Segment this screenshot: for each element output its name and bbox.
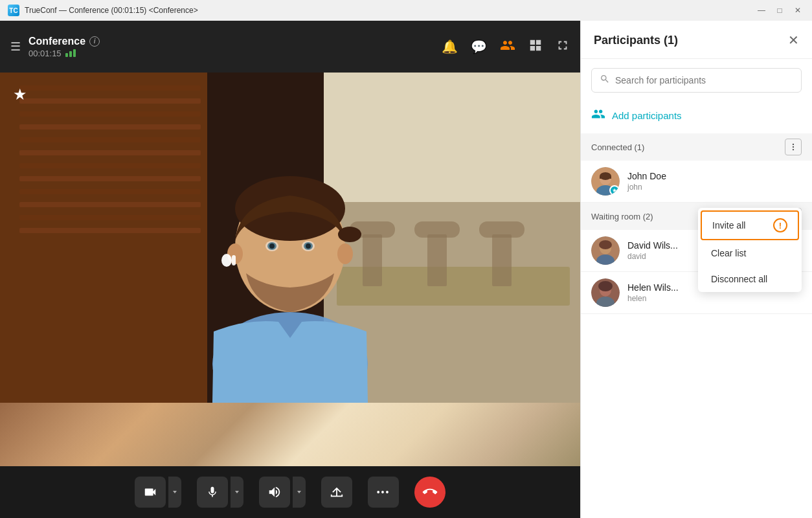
svg-rect-5 bbox=[19, 124, 201, 130]
svg-point-26 bbox=[338, 227, 361, 242]
video-background bbox=[0, 73, 580, 403]
mic-button[interactable] bbox=[197, 477, 228, 508]
chat-button[interactable]: 💬 bbox=[471, 39, 487, 54]
end-call-button[interactable] bbox=[414, 477, 445, 508]
camera-button[interactable] bbox=[135, 477, 166, 508]
disconnect-all-button[interactable]: Disconnect all bbox=[698, 266, 802, 292]
helen-avatar-img bbox=[591, 278, 620, 307]
title-bar-left: TC TrueConf — Conference (00:01:15) <Con… bbox=[8, 5, 198, 16]
john-doe-name: John Doe bbox=[627, 171, 802, 181]
participant-item: ★ John Doe john bbox=[581, 161, 812, 203]
app-icon: TC bbox=[8, 5, 19, 16]
title-bar: TC TrueConf — Conference (00:01:15) <Con… bbox=[0, 0, 812, 21]
warning-icon: ! bbox=[773, 218, 787, 232]
mic-group bbox=[197, 477, 243, 508]
share-button[interactable] bbox=[321, 477, 352, 508]
main-layout: ☰ Conference i 00:01:15 bbox=[0, 21, 812, 518]
app-title: TrueConf — Conference (00:01:15) <Confer… bbox=[25, 6, 198, 15]
sidebar-header: Participants (1) ✕ bbox=[581, 21, 812, 59]
svg-rect-7 bbox=[19, 150, 201, 155]
svg-point-37 bbox=[793, 144, 794, 145]
participants-button[interactable] bbox=[500, 38, 515, 56]
svg-rect-4 bbox=[19, 111, 201, 117]
more-dots: ••• bbox=[377, 487, 390, 497]
search-box bbox=[591, 68, 802, 93]
svg-rect-1 bbox=[0, 73, 207, 403]
search-icon bbox=[600, 74, 610, 87]
camera-group bbox=[135, 477, 181, 508]
star-favorite-icon[interactable]: ★ bbox=[13, 85, 27, 104]
video-area: ☰ Conference i 00:01:15 bbox=[0, 21, 580, 518]
helen-username: helen bbox=[627, 294, 802, 303]
speaker-dropdown[interactable] bbox=[293, 477, 306, 508]
fullscreen-button[interactable] bbox=[556, 38, 570, 56]
menu-button[interactable]: ☰ bbox=[10, 39, 21, 54]
svg-rect-9 bbox=[19, 176, 201, 181]
waiting-section-header: Waiting room (2) Invite all ! Clear list… bbox=[581, 203, 812, 230]
signal-indicator bbox=[65, 49, 76, 57]
svg-rect-36 bbox=[232, 255, 236, 265]
close-window-button[interactable]: ✕ bbox=[791, 4, 804, 17]
signal-bar-1 bbox=[65, 53, 68, 57]
waiting-label: Waiting room (2) bbox=[591, 212, 653, 221]
mic-dropdown[interactable] bbox=[231, 477, 243, 508]
svg-rect-6 bbox=[19, 137, 201, 142]
svg-rect-20 bbox=[414, 221, 460, 238]
svg-rect-10 bbox=[19, 189, 201, 194]
waiting-dropdown-container: Invite all ! Clear list Disconnect all bbox=[785, 208, 802, 225]
invite-all-label: Invite all bbox=[712, 220, 745, 231]
svg-rect-15 bbox=[324, 73, 580, 202]
david-avatar-img bbox=[591, 236, 620, 265]
search-input[interactable] bbox=[615, 75, 793, 85]
add-participants-button[interactable]: Add participants bbox=[581, 102, 812, 133]
sidebar-title: Participants (1) bbox=[594, 34, 678, 47]
waiting-dropdown-menu: Invite all ! Clear list Disconnect all bbox=[698, 208, 802, 292]
svg-rect-21 bbox=[492, 234, 512, 286]
speaker-button[interactable] bbox=[259, 477, 290, 508]
signal-bar-3 bbox=[73, 49, 76, 57]
info-icon: i bbox=[89, 36, 100, 47]
svg-rect-2 bbox=[19, 85, 201, 91]
bottom-bar: ••• bbox=[0, 466, 580, 518]
svg-rect-43 bbox=[600, 176, 611, 179]
svg-point-38 bbox=[793, 146, 794, 148]
conference-timer: 00:01:15 bbox=[28, 49, 100, 58]
svg-rect-8 bbox=[19, 163, 201, 168]
minimize-button[interactable]: — bbox=[755, 4, 768, 17]
window-controls: — □ ✕ bbox=[755, 4, 804, 17]
add-participants-icon bbox=[591, 107, 605, 124]
sidebar-panel: Participants (1) ✕ Add participants Conn… bbox=[580, 21, 812, 518]
clear-list-button[interactable]: Clear list bbox=[698, 240, 802, 266]
invite-all-button[interactable]: Invite all ! bbox=[701, 210, 799, 240]
svg-point-35 bbox=[221, 254, 232, 267]
video-content: ★ bbox=[0, 73, 580, 466]
svg-rect-11 bbox=[19, 202, 201, 207]
connected-menu-button[interactable] bbox=[785, 139, 802, 155]
top-bar-left: ☰ Conference i 00:01:15 bbox=[10, 36, 100, 58]
layout-button[interactable] bbox=[528, 38, 543, 56]
john-doe-info: John Doe john bbox=[627, 171, 802, 192]
video-feed: ★ bbox=[0, 73, 580, 466]
avatar-david bbox=[591, 236, 620, 265]
conference-info: Conference i 00:01:15 bbox=[28, 36, 100, 58]
svg-rect-3 bbox=[19, 98, 201, 104]
star-badge: ★ bbox=[609, 185, 620, 196]
add-participants-label: Add participants bbox=[612, 110, 682, 121]
svg-point-50 bbox=[599, 240, 612, 249]
top-bar: ☰ Conference i 00:01:15 bbox=[0, 21, 580, 73]
maximize-button[interactable]: □ bbox=[773, 4, 786, 17]
svg-rect-19 bbox=[427, 234, 447, 286]
svg-point-32 bbox=[306, 243, 311, 249]
close-sidebar-button[interactable]: ✕ bbox=[788, 32, 799, 48]
speaker-group bbox=[259, 477, 306, 508]
top-bar-right: 🔔 💬 bbox=[442, 38, 570, 56]
connected-section-header: Connected (1) bbox=[581, 133, 812, 161]
avatar-john: ★ bbox=[591, 167, 620, 196]
camera-dropdown[interactable] bbox=[168, 477, 181, 508]
svg-point-29 bbox=[269, 243, 275, 249]
connected-label: Connected (1) bbox=[591, 142, 644, 152]
conference-title: Conference i bbox=[28, 36, 100, 47]
svg-point-54 bbox=[598, 281, 613, 291]
bell-button[interactable]: 🔔 bbox=[442, 39, 458, 54]
more-options-button[interactable]: ••• bbox=[368, 477, 399, 508]
